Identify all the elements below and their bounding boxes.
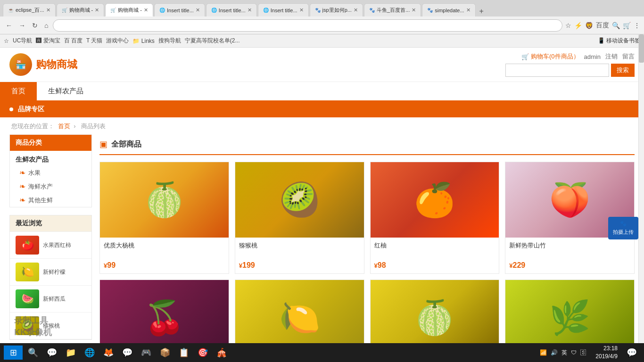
start-button[interactable]: ⊞ (4, 346, 23, 360)
product-area-header: ▣ 全部商品 (99, 134, 635, 155)
antivirus-icon[interactable]: 🛡 (571, 349, 577, 356)
search-icon[interactable]: 🔍 (612, 22, 620, 29)
recent-item-melon[interactable]: 🍉 新鲜西瓜 (10, 286, 91, 313)
bookmark-ningxia[interactable]: 宁夏高等院校名单(2... (185, 37, 240, 45)
bookmark-game[interactable]: 游戏中心 (106, 37, 129, 45)
cart-icon[interactable]: 🛒 (623, 22, 631, 29)
logout-link[interactable]: 注销 (605, 52, 618, 61)
search-button[interactable]: 搜索 (611, 64, 635, 77)
tab-jsp[interactable]: 🐾 jsp里如何p... ✕ (310, 3, 363, 16)
bookmark-star-icon[interactable]: ☆ (565, 22, 571, 29)
taskbar-app4-icon[interactable]: 📦 (157, 344, 173, 361)
breadcrumb-home[interactable]: 首页 (58, 123, 70, 130)
tab-close-btn[interactable]: ✕ (354, 7, 358, 13)
recent-thumb-lemon: 🍋 (16, 263, 39, 281)
tab-favicon: 🛒 (62, 8, 67, 13)
tab-close-btn[interactable]: ✕ (299, 7, 304, 13)
product-name-shanzhu: 新鲜热带山竹 (509, 241, 630, 258)
taskbar-app3-icon[interactable]: 🎮 (138, 344, 155, 361)
tab-favicon: 🌐 (211, 8, 217, 13)
tab-close-btn[interactable]: ✕ (144, 7, 148, 13)
recent-name-tomato: 水果西红柿 (43, 241, 71, 249)
product-name-hongyu: 红柚 (374, 241, 495, 258)
taskbar-browser-icon[interactable]: 🌐 (81, 344, 98, 361)
mobile-bookmark-icon[interactable]: 📱 移动设备书签 (598, 37, 640, 45)
taskbar-search-icon[interactable]: 🔍 (25, 344, 41, 361)
sidebar-item-other[interactable]: ❧ 其他生鲜 (10, 193, 91, 207)
taskbar-app7-icon[interactable]: 🎪 (213, 344, 230, 361)
ime-icon[interactable]: 🇸 (580, 349, 586, 356)
tab-close-btn[interactable]: ✕ (248, 7, 252, 13)
product-card-kiwi[interactable]: 🥝 猕猴桃 199 (235, 162, 364, 274)
tab-shop1[interactable]: 🛒 购物商城 - ✕ (57, 3, 105, 16)
tab-close-btn[interactable]: ✕ (466, 7, 471, 13)
upload-icon: 🐾 (620, 221, 627, 227)
bookmark-links[interactable]: 📁 Links (132, 38, 154, 44)
nav-fresh[interactable]: 生鲜农产品 (37, 82, 95, 100)
new-tab-button[interactable]: + (477, 6, 487, 16)
tab-insert1[interactable]: 🌐 Insert title... ✕ (154, 3, 205, 16)
recent-item-tomato[interactable]: 🍅 水果西红柿 (10, 232, 91, 259)
bookmark-sogou[interactable]: 搜狗导航 (158, 37, 181, 45)
admin-link[interactable]: admin (584, 53, 601, 60)
tab-douyu[interactable]: 🐾 斗鱼_百度首... ✕ (364, 3, 421, 16)
message-link[interactable]: 留言 (622, 52, 635, 61)
taskbar: ⊞ 🔍 💬 📁 🌐 🦊 💬 🎮 📦 📋 🎯 🎪 📶 🔊 英 🛡 🇸 23:18 … (0, 343, 644, 362)
tab-eclipse[interactable]: ☕ eclipse_百... ✕ (3, 3, 56, 16)
back-button[interactable]: ← (4, 21, 14, 30)
taskbar-app2-icon[interactable]: 💬 (119, 344, 136, 361)
product-image-hongyu: 🍊 (371, 162, 499, 238)
scrollbar-thumb[interactable] (639, 34, 644, 63)
address-input[interactable]: localhost:8080/Ebuy/index.jsp (53, 19, 562, 32)
cart-link[interactable]: 🛒 购物车(0件商品） (521, 52, 579, 61)
tab-favicon: 🐾 (315, 8, 321, 13)
taskbar-app5-icon[interactable]: 📋 (175, 344, 192, 361)
tab-close-btn[interactable]: ✕ (196, 7, 200, 13)
tab-close-btn[interactable]: ✕ (46, 7, 50, 13)
sidebar-item-fruit[interactable]: ❧ 水果 (10, 166, 91, 180)
extension-icon[interactable]: ⚡ (574, 22, 582, 29)
bookmark-tmall[interactable]: T 天猫 (86, 37, 102, 45)
search-input[interactable] (505, 64, 609, 77)
recent-item-lemon[interactable]: 🍋 新鲜柠檬 (10, 259, 91, 286)
tab-label: 购物商城 - (69, 7, 93, 14)
bookmark-uc[interactable]: UC导航 (13, 37, 32, 45)
language-icon[interactable]: 英 (561, 349, 567, 357)
product-card-yangao[interactable]: 🍈 优质大杨桃 99 (99, 162, 229, 274)
sidebar-item-label: 其他生鲜 (28, 196, 53, 205)
tab-label: eclipse_百... (16, 7, 44, 14)
taskbar-app6-icon[interactable]: 🎯 (194, 344, 211, 361)
taskbar-app1-icon[interactable]: 🦊 (100, 344, 117, 361)
nav-home[interactable]: 首页 (0, 82, 37, 100)
tab-insert3[interactable]: 🌐 Insert title... ✕ (258, 3, 309, 16)
side-upload-button[interactable]: 🐾 拍摄上传 (608, 217, 638, 239)
bookmark-baidu[interactable]: 百 百度 (64, 37, 83, 45)
volume-icon[interactable]: 🔊 (551, 349, 558, 356)
fresh-category[interactable]: 生鲜农产品 (10, 151, 91, 166)
scrollbar[interactable] (638, 34, 644, 343)
tab-shop2[interactable]: 🛒 购物商城 - ✕ (105, 3, 153, 16)
notifications-icon[interactable]: 💬 (623, 344, 640, 361)
sidebar-item-label: 水果 (28, 169, 41, 177)
tab-close-btn[interactable]: ✕ (412, 7, 416, 13)
tab-close-btn[interactable]: ✕ (95, 7, 99, 13)
product-price-yangao: 99 (104, 261, 225, 270)
taskbar-file-icon[interactable]: 📁 (62, 344, 79, 361)
menu-icon[interactable]: ⋮ (634, 22, 640, 29)
brand-banner: 品牌专区 (0, 101, 644, 117)
recent-item-kiwi[interactable]: 🥝 猕猴桃 (10, 313, 91, 339)
header-right: 🛒 购物车(0件商品） admin 注销 留言 搜索 (505, 52, 635, 77)
forward-button[interactable]: → (17, 21, 27, 30)
home-button[interactable]: ⌂ (42, 21, 50, 30)
logo-icon: 🏪 (9, 53, 32, 76)
product-card-hongyu[interactable]: 🍊 红柚 98 (370, 162, 500, 274)
network-icon[interactable]: 📶 (540, 349, 547, 356)
tab-favicon: ☕ (8, 8, 14, 13)
tab-simple[interactable]: 🐾 simpledate... ✕ (422, 3, 475, 16)
refresh-button[interactable]: ↻ (30, 21, 40, 30)
tab-insert2[interactable]: 🌐 Insert title... ✕ (206, 3, 257, 16)
site-header: 🏪 购物商城 🛒 购物车(0件商品） admin 注销 留言 搜索 (0, 48, 644, 82)
bookmark-taobao[interactable]: 🅰 爱淘宝 (36, 37, 60, 45)
sidebar-item-seafood[interactable]: ❧ 海鲜水产 (10, 180, 91, 193)
taskbar-cortana-icon[interactable]: 💬 (43, 344, 60, 361)
